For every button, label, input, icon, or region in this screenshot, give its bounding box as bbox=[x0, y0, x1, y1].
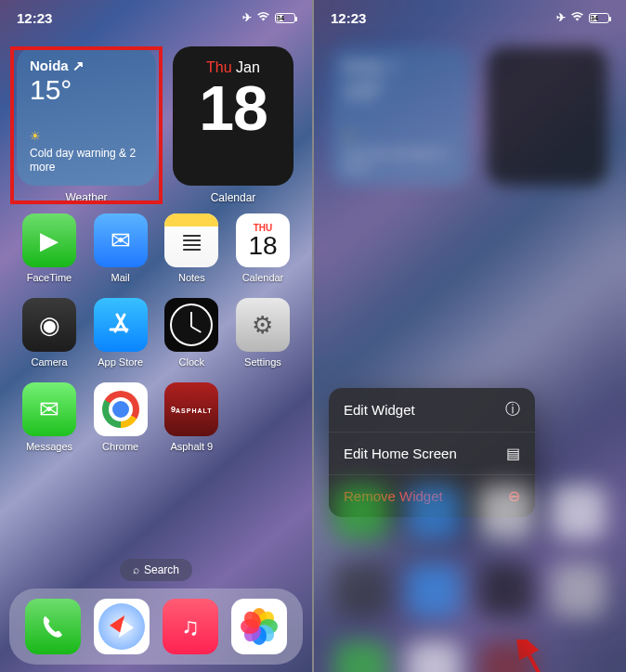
dock-safari[interactable] bbox=[94, 599, 150, 654]
weather-widget[interactable]: Noida ↗ 15° ☀︎ Cold day warning & 2 more bbox=[331, 46, 470, 186]
weather-widget[interactable]: Noida ↗ 15° ☀︎ Cold day warning & 2 more bbox=[17, 46, 156, 186]
calendar-day: 18 bbox=[173, 76, 293, 139]
app-facetime[interactable]: ▶FaceTime bbox=[20, 213, 78, 283]
facetime-icon: ▶ bbox=[22, 213, 76, 267]
weather-temperature: 15° bbox=[30, 74, 143, 105]
app-settings[interactable]: ⚙︎Settings bbox=[234, 298, 292, 368]
status-time: 12:23 bbox=[17, 10, 52, 26]
app-messages[interactable]: ✉Messages bbox=[20, 382, 78, 452]
dock: ♫ bbox=[9, 588, 303, 665]
weather-warning: Cold day warning & 2 more bbox=[30, 147, 143, 174]
sun-icon: ☀︎ bbox=[344, 129, 457, 143]
status-bar: 12:23 ✈︎ 34 bbox=[0, 0, 312, 35]
dock-music[interactable]: ♫ bbox=[163, 599, 218, 654]
app-clock[interactable]: Clock bbox=[163, 298, 220, 368]
sun-icon: ☀︎ bbox=[30, 129, 143, 143]
app-appstore[interactable]: App Store bbox=[92, 298, 150, 368]
calendar-icon: THU18 bbox=[236, 213, 290, 267]
notes-icon: ≣ bbox=[164, 213, 218, 267]
wifi-icon bbox=[570, 11, 584, 24]
menu-edit-widget[interactable]: Edit Widget ⓘ bbox=[329, 388, 535, 433]
clock-icon bbox=[164, 298, 218, 352]
status-time: 12:23 bbox=[331, 10, 366, 26]
dock-photos[interactable] bbox=[231, 599, 287, 654]
app-notes[interactable]: ≣Notes bbox=[163, 213, 220, 283]
iphone-home-screen-left: 12:23 ✈︎ 34 Noida ↗ 15° ☀︎ Cold day warn… bbox=[0, 0, 312, 672]
info-circle-icon: ⓘ bbox=[505, 400, 520, 420]
app-icon-grid: ▶FaceTime ✉︎Mail ≣Notes THU18Calendar ◉C… bbox=[0, 204, 312, 461]
appstore-icon bbox=[94, 298, 148, 352]
weather-widget-label: Weather bbox=[65, 191, 107, 204]
chrome-icon bbox=[94, 382, 148, 436]
airplane-mode-icon: ✈︎ bbox=[242, 11, 252, 24]
app-camera[interactable]: ◉Camera bbox=[20, 298, 78, 368]
settings-gear-icon: ⚙︎ bbox=[236, 298, 290, 352]
search-icon: ⌕ bbox=[133, 563, 139, 576]
iphone-home-screen-contextmenu: 12:23 ✈︎ 34 Noida ↗ 15° ☀︎ Cold day warn… bbox=[314, 0, 626, 672]
dock-phone[interactable] bbox=[25, 599, 81, 654]
blurred-icon-grid bbox=[314, 448, 626, 672]
app-asphalt9[interactable]: 9ASPHALTAsphalt 9 bbox=[163, 382, 220, 452]
camera-icon: ◉ bbox=[22, 298, 76, 352]
app-mail[interactable]: ✉︎Mail bbox=[92, 213, 150, 283]
asphalt9-icon: 9ASPHALT bbox=[164, 382, 218, 436]
calendar-widget-blurred bbox=[487, 46, 607, 186]
calendar-widget-label: Calendar bbox=[211, 191, 256, 204]
messages-icon: ✉ bbox=[22, 382, 76, 436]
battery-icon: 34 bbox=[275, 13, 295, 23]
app-chrome[interactable]: Chrome bbox=[92, 382, 150, 452]
battery-icon: 34 bbox=[589, 13, 609, 23]
location-arrow-icon: ↗ bbox=[72, 58, 85, 73]
spotlight-search-button[interactable]: ⌕ Search bbox=[120, 559, 192, 581]
status-bar: 12:23 ✈︎ 34 bbox=[314, 0, 626, 35]
weather-location: Noida bbox=[30, 58, 69, 73]
airplane-mode-icon: ✈︎ bbox=[556, 11, 566, 24]
search-label: Search bbox=[144, 563, 179, 576]
wifi-icon bbox=[256, 11, 270, 24]
mail-icon: ✉︎ bbox=[94, 213, 148, 267]
calendar-widget[interactable]: Thu Jan 18 bbox=[173, 46, 293, 186]
app-calendar[interactable]: THU18Calendar bbox=[234, 213, 292, 283]
